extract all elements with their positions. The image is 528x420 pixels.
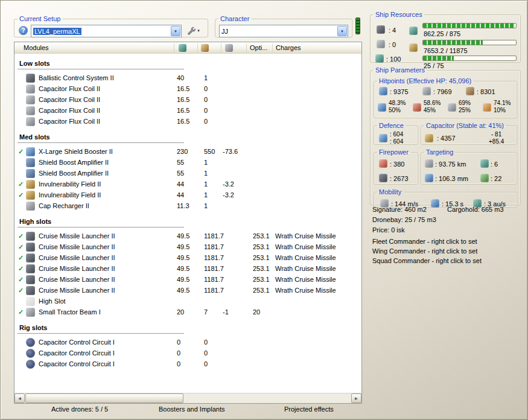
module-row[interactable]: Capacitor Flux Coil II16.50 bbox=[14, 84, 361, 95]
module-active-check-icon[interactable]: ✓ bbox=[18, 243, 24, 251]
module-pg-value: 1181.7 bbox=[204, 232, 224, 240]
module-row[interactable]: ✓Invulnerability Field II441-3.2 bbox=[14, 190, 361, 201]
module-active-check-icon[interactable]: ✓ bbox=[18, 180, 24, 188]
module-row[interactable]: Ballistic Control System II401 bbox=[14, 73, 361, 84]
modules-list-header[interactable]: Modules Opti... Charges bbox=[14, 42, 361, 54]
bottom-tab-1[interactable]: Active drones: 5 / 5 bbox=[51, 406, 108, 413]
calibration-bar bbox=[422, 56, 517, 61]
module-active-check-icon[interactable]: ✓ bbox=[18, 232, 24, 240]
bottom-tab-2[interactable]: Boosters and Implants bbox=[159, 406, 224, 413]
module-row[interactable]: ✓Cruise Missile Launcher II49.51181.7253… bbox=[14, 264, 361, 275]
firepower-value-1: : 380 bbox=[390, 161, 404, 168]
bottom-tab-3[interactable]: Projected effects bbox=[284, 406, 334, 413]
powergrid-icon bbox=[409, 43, 418, 52]
module-active-check-icon[interactable]: ✓ bbox=[18, 148, 24, 156]
module-active-check-icon[interactable]: ✓ bbox=[18, 308, 24, 316]
module-name: Shield Boost Amplifier II bbox=[39, 159, 109, 166]
module-cpu-value: 20 bbox=[177, 308, 184, 316]
section-divider bbox=[17, 333, 184, 334]
shield-boost-amplifier-icon bbox=[26, 158, 35, 167]
targeting-title: Targeting bbox=[424, 148, 455, 156]
module-active-check-icon[interactable]: ✓ bbox=[18, 287, 24, 294]
module-charge-value: Wrath Cruise Missile bbox=[275, 254, 336, 261]
module-name: Capacitor Control Circuit I bbox=[39, 339, 115, 346]
powergrid-bar bbox=[422, 40, 517, 45]
module-active-check-icon[interactable]: ✓ bbox=[18, 254, 24, 262]
cruise-launcher-icon bbox=[26, 243, 35, 252]
setup-dropdown-arrow-icon[interactable]: ▼ bbox=[171, 26, 180, 36]
wing-commander-line[interactable]: Wing Commander - right click to set bbox=[372, 247, 477, 255]
module-row[interactable]: ✓Cruise Missile Launcher II49.51181.7253… bbox=[14, 253, 361, 264]
module-row[interactable]: ✓Invulnerability Field II441-3.2 bbox=[14, 179, 361, 190]
character-dropdown-arrow-icon[interactable]: ▼ bbox=[337, 26, 347, 36]
module-pg-value: 0 bbox=[204, 118, 208, 125]
capacitor-amount: : 4357 bbox=[437, 135, 456, 142]
module-cpu-value: 16.5 bbox=[177, 118, 189, 125]
module-row[interactable]: ✓Cruise Missile Launcher II49.51181.7253… bbox=[14, 231, 361, 242]
module-active-check-icon[interactable]: ✓ bbox=[18, 191, 24, 199]
scroll-right-button[interactable]: ► bbox=[351, 393, 361, 403]
module-name: Ballistic Control System II bbox=[39, 74, 114, 81]
module-row[interactable]: ✓Cruise Missile Launcher II49.51181.7253… bbox=[14, 285, 361, 296]
module-row[interactable]: ✓Cruise Missile Launcher II49.51181.7253… bbox=[14, 242, 361, 253]
module-row[interactable]: Capacitor Flux Coil II16.50 bbox=[14, 95, 361, 106]
rig-slot-icon bbox=[26, 349, 35, 358]
module-cpu-value: 16.5 bbox=[177, 107, 189, 114]
module-row[interactable]: Capacitor Control Circuit I00 bbox=[14, 337, 361, 348]
optimal-column-header[interactable]: Opti... bbox=[250, 44, 267, 51]
module-row[interactable]: Shield Boost Amplifier II551 bbox=[14, 168, 361, 179]
defence-icon bbox=[379, 134, 387, 142]
squad-commander-line[interactable]: Squad Commander - right click to set bbox=[372, 257, 482, 264]
module-row[interactable]: Capacitor Flux Coil II16.50 bbox=[14, 116, 361, 127]
module-row[interactable]: ✓X-Large Shield Booster II230550-73.6 bbox=[14, 147, 361, 158]
volley-icon bbox=[379, 174, 387, 182]
cpu-bar bbox=[422, 23, 517, 28]
signature-line: Signature: 460 m2 bbox=[372, 206, 427, 213]
help-icon[interactable]: ? bbox=[19, 26, 28, 35]
module-row[interactable]: ✓Small Tractor Beam I207-120 bbox=[14, 307, 361, 318]
capacitor-column-icon[interactable] bbox=[225, 44, 233, 52]
slot-section-title: Med slots bbox=[19, 133, 361, 141]
align-time-icon bbox=[431, 199, 439, 208]
shield-booster-icon bbox=[26, 147, 35, 156]
scrollbar-thumb[interactable] bbox=[25, 393, 183, 403]
launcher-hardpoints-value: : 0 bbox=[389, 41, 396, 48]
module-section: Med slots✓X-Large Shield Booster II23055… bbox=[14, 133, 361, 212]
module-row[interactable]: Shield Boost Amplifier II551 bbox=[14, 158, 361, 168]
module-row[interactable]: High Slot bbox=[14, 296, 361, 307]
module-row[interactable]: ✓Cruise Missile Launcher II49.51181.7253… bbox=[14, 275, 361, 285]
module-cap-value: -3.2 bbox=[223, 180, 234, 188]
module-row[interactable]: Capacitor Control Circuit I00 bbox=[14, 359, 361, 370]
cpu-column-icon[interactable] bbox=[179, 44, 186, 52]
setup-tools-button[interactable]: ▼ bbox=[186, 26, 200, 36]
module-name: Invulnerability Field II bbox=[39, 191, 101, 199]
charges-column-header[interactable]: Charges bbox=[276, 44, 301, 51]
module-active-check-icon[interactable]: ✓ bbox=[18, 265, 24, 273]
capacitor-flux-coil-icon bbox=[26, 117, 35, 126]
module-row[interactable]: Capacitor Control Circuit I00 bbox=[14, 348, 361, 359]
fleet-commander-line[interactable]: Fleet Commander - right click to set bbox=[372, 238, 477, 245]
rig-slot-icon bbox=[26, 360, 35, 369]
module-row[interactable]: Capacitor Flux Coil II16.50 bbox=[14, 106, 361, 116]
thermal-resist-top: 58.6% bbox=[424, 100, 441, 106]
module-cpu-value: 16.5 bbox=[177, 85, 189, 92]
armor-hp-value: : 7969 bbox=[433, 88, 452, 95]
current-setup-group: Current Setup ? LVL4_permaXL ▼ ▼ bbox=[14, 15, 208, 37]
scroll-left-button[interactable]: ◄ bbox=[14, 393, 25, 403]
tractor-beam-icon bbox=[26, 308, 35, 317]
module-opti-value: 253.1 bbox=[253, 243, 270, 250]
horizontal-scrollbar[interactable]: ◄ ► bbox=[14, 393, 361, 403]
targeting-range-value: : 93.75 km bbox=[435, 161, 466, 168]
module-pg-value: 550 bbox=[204, 148, 215, 155]
module-cpu-value: 40 bbox=[177, 74, 184, 81]
setup-dropdown[interactable]: LVL4_permaXL ▼ bbox=[31, 25, 182, 37]
module-opti-value: 253.1 bbox=[253, 232, 270, 240]
ship-resources-title: Ship Resources bbox=[374, 11, 424, 18]
module-pg-value: 1181.7 bbox=[204, 265, 224, 272]
module-row[interactable]: Cap Recharger II11.31 bbox=[14, 201, 361, 212]
modules-column-header[interactable]: Modules bbox=[24, 44, 49, 51]
powergrid-column-icon[interactable] bbox=[201, 44, 209, 52]
module-active-check-icon[interactable]: ✓ bbox=[18, 276, 24, 284]
capacitor-group: Capacitor (Stable at: 41%) : 4357 - 81 +… bbox=[421, 122, 517, 145]
character-dropdown[interactable]: JJ ▼ bbox=[219, 25, 348, 37]
